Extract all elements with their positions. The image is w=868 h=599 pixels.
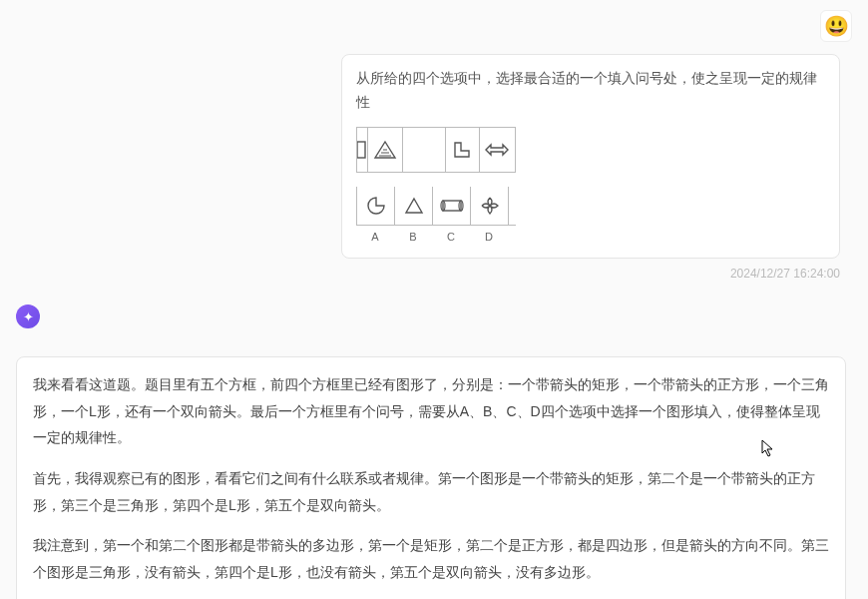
ai-avatar-row: ✦ [16, 304, 852, 328]
triangle-striped-icon [373, 138, 397, 162]
option-label-c: C [432, 226, 470, 247]
puzzle-cell-partial [357, 128, 368, 172]
option-labels-row: A B C D [356, 226, 516, 247]
triangle-icon [404, 196, 424, 216]
chat-container: 😃 从所给的四个选项中，选择最合适的一个填入问号处，使之呈现一定的规律性 [0, 0, 868, 599]
user-message-text: 从所给的四个选项中，选择最合适的一个填入问号处，使之呈现一定的规律性 [356, 67, 825, 115]
options-row [356, 187, 516, 226]
user-avatar-row: 😃 [16, 10, 852, 42]
ai-avatar: ✦ [16, 304, 40, 328]
option-b-cell [395, 187, 433, 225]
ai-paragraph: 我来看看这道题。题目里有五个方框，前四个方框里已经有图形了，分别是：一个带箭头的… [33, 371, 829, 451]
cross-flower-icon [480, 196, 500, 216]
puzzle-cell-triangle [368, 128, 403, 172]
ai-paragraph: 首先，我得观察已有的图形，看看它们之间有什么联系或者规律。第一个图形是一个带箭头… [33, 465, 829, 518]
svg-rect-6 [443, 201, 461, 211]
option-a-cell [357, 187, 395, 225]
puzzle-cell-l-shape [445, 128, 480, 172]
user-avatar: 😃 [820, 10, 852, 42]
puzzle-cell-spacer [403, 128, 438, 172]
option-label-b: B [394, 226, 432, 247]
user-message-bubble: 从所给的四个选项中，选择最合适的一个填入问号处，使之呈现一定的规律性 [341, 54, 840, 259]
option-d-cell [471, 187, 509, 225]
pie-icon [366, 196, 386, 216]
option-c-cell [433, 187, 471, 225]
ai-message-bubble: 我来看看这道题。题目里有五个方框，前四个方框里已经有图形了，分别是：一个带箭头的… [16, 356, 846, 599]
ai-paragraph: 我注意到，第一个和第二个图形都是带箭头的多边形，第一个是矩形，第二个是正方形，都… [33, 532, 829, 585]
ai-sparkle-icon: ✦ [23, 309, 34, 324]
svg-marker-5 [406, 199, 422, 213]
option-label-a: A [356, 226, 394, 247]
puzzle-image: A B C D [356, 127, 516, 247]
user-message-row: 从所给的四个选项中，选择最合适的一个填入问号处，使之呈现一定的规律性 [16, 50, 852, 259]
cylinder-icon [440, 197, 464, 215]
user-emoji-icon: 😃 [824, 14, 849, 38]
message-timestamp: 2024/12/27 16:24:00 [16, 267, 840, 281]
puzzle-cell-double-arrow [480, 128, 515, 172]
rect-icon [357, 138, 367, 162]
l-shape-icon [451, 139, 473, 161]
puzzle-sequence-row [356, 127, 516, 173]
svg-rect-0 [357, 142, 365, 158]
double-arrow-icon [484, 141, 510, 159]
option-label-d: D [470, 226, 508, 247]
